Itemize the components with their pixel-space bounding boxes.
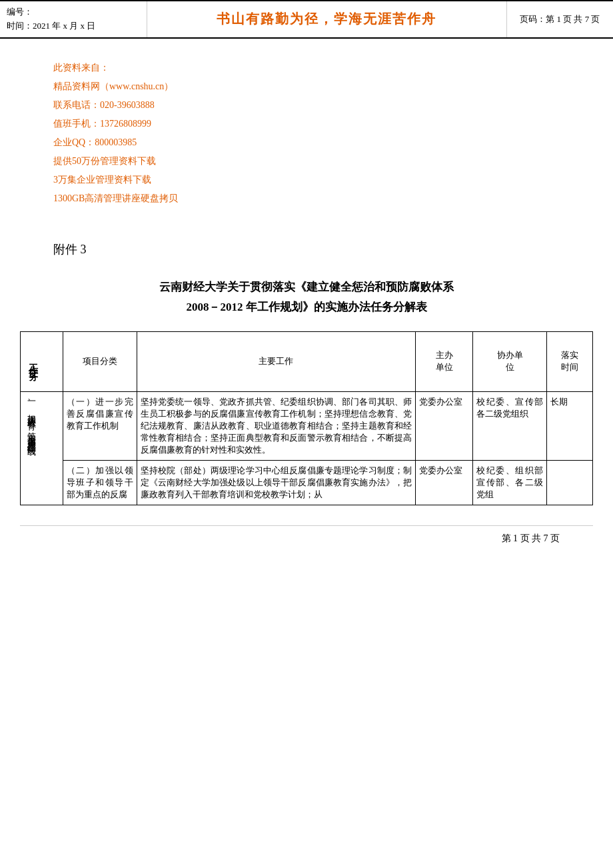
cat-cell-1b: （二）加强以领导班子和领导干部为重点的反腐	[63, 460, 137, 505]
biaohao-label: 编号：	[7, 5, 140, 19]
task-text-1: 一、加强廉政教育，筑牢反腐倡廉思想道德防线	[24, 396, 39, 441]
footer-text: 第 1 页 共 7 页	[502, 533, 560, 543]
doc-title: 云南财经大学关于贯彻落实《建立健全惩治和预防腐败体系 2008－2012 年工作…	[0, 264, 613, 325]
header-title: 书山有路勤为径，学海无涯苦作舟	[147, 1, 506, 38]
th-assist-text: 协办单 位	[476, 349, 543, 373]
header-page-info: 页码：第 1 页 共 7 页	[506, 1, 613, 38]
assist-text-1b: 校纪委、组织部宣传部、各二级党组	[476, 465, 543, 501]
assist-cell-1b: 校纪委、组织部宣传部、各二级党组	[473, 460, 547, 505]
th-task: 工作任务	[21, 331, 63, 391]
work-cell-1b: 坚持校院（部处）两级理论学习中心组反腐倡廉专题理论学习制度；制定《云南财经大学加…	[137, 460, 415, 505]
time-label: 时间：2021 年 x 月 x 日	[7, 19, 140, 33]
header-left: 编号： 时间：2021 年 x 月 x 日	[0, 1, 147, 38]
table-row-1b: （二）加强以领导班子和领导干部为重点的反腐 坚持校院（部处）两级理论学习中心组反…	[21, 460, 593, 505]
contact-line8: 1300GB高清管理讲座硬盘拷贝	[53, 189, 573, 208]
attachment-label: 附件 3	[0, 221, 613, 264]
main-table-wrapper: 工作任务 项目分类 主要工作 主办 单位 协办单 位 落实	[0, 325, 613, 519]
th-task-text: 工作任务	[24, 356, 42, 367]
task-cell-1: 一、加强廉政教育，筑牢反腐倡廉思想道德防线	[21, 391, 63, 505]
header: 编号： 时间：2021 年 x 月 x 日 书山有路勤为径，学海无涯苦作舟 页码…	[0, 0, 613, 39]
cat-text-1a: （一）进一步完善反腐倡廉宣传教育工作机制	[67, 396, 133, 432]
time-text-1a: 长期	[550, 396, 589, 408]
page-container: 编号： 时间：2021 年 x 月 x 日 书山有路勤为径，学海无涯苦作舟 页码…	[0, 0, 613, 868]
host-text-1b: 党委办公室	[419, 465, 469, 477]
doc-title-line2: 2008－2012 年工作规划》的实施办法任务分解表	[27, 297, 586, 318]
work-cell-1a: 坚持党委统一领导、党政齐抓共管、纪委组织协调、部门各司其职、师生员工积极参与的反…	[137, 391, 415, 460]
footer: 第 1 页 共 7 页	[20, 525, 593, 551]
assist-text-1a: 校纪委、宣传部各二级党组织	[476, 396, 543, 420]
contact-line3: 联系电话：020-39603888	[53, 96, 573, 115]
th-category-text: 项目分类	[67, 355, 133, 367]
th-time: 落实 时间	[547, 331, 593, 391]
contact-line5: 企业QQ：800003985	[53, 133, 573, 152]
assist-cell-1a: 校纪委、宣传部各二级党组织	[473, 391, 547, 460]
contact-line1: 此资料来自：	[53, 59, 573, 77]
contact-line6: 提供50万份管理资料下载	[53, 152, 573, 171]
th-host: 主办 单位	[416, 331, 473, 391]
cat-text-1b: （二）加强以领导班子和领导干部为重点的反腐	[67, 465, 133, 501]
th-category: 项目分类	[63, 331, 137, 391]
host-cell-1a: 党委办公室	[416, 391, 473, 460]
host-cell-1b: 党委办公室	[416, 460, 473, 505]
contact-line7: 3万集企业管理资料下载	[53, 171, 573, 189]
contact-line2: 精品资料网（www.cnshu.cn）	[53, 77, 573, 96]
th-assist: 协办单 位	[473, 331, 547, 391]
th-host-text: 主办 单位	[419, 349, 469, 373]
table-row-1a: 一、加强廉政教育，筑牢反腐倡廉思想道德防线 （一）进一步完善反腐倡廉宣传教育工作…	[21, 391, 593, 460]
contact-line4: 值班手机：13726808999	[53, 115, 573, 133]
th-main-work: 主要工作	[137, 331, 415, 391]
cat-cell-1a: （一）进一步完善反腐倡廉宣传教育工作机制	[63, 391, 137, 460]
contact-section: 此资料来自： 精品资料网（www.cnshu.cn） 联系电话：020-3960…	[0, 39, 613, 221]
doc-title-line1: 云南财经大学关于贯彻落实《建立健全惩治和预防腐败体系	[27, 277, 586, 298]
th-main-work-text: 主要工作	[141, 355, 412, 367]
th-time-text: 落实 时间	[550, 349, 589, 373]
main-table: 工作任务 项目分类 主要工作 主办 单位 协办单 位 落实	[20, 331, 593, 505]
time-cell-1a: 长期	[547, 391, 593, 460]
time-cell-1b	[547, 460, 593, 505]
host-text-1a: 党委办公室	[419, 396, 469, 408]
work-text-1b: 坚持校院（部处）两级理论学习中心组反腐倡廉专题理论学习制度；制定《云南财经大学加…	[141, 465, 412, 501]
work-text-1a: 坚持党委统一领导、党政齐抓共管、纪委组织协调、部门各司其职、师生员工积极参与的反…	[141, 396, 412, 456]
